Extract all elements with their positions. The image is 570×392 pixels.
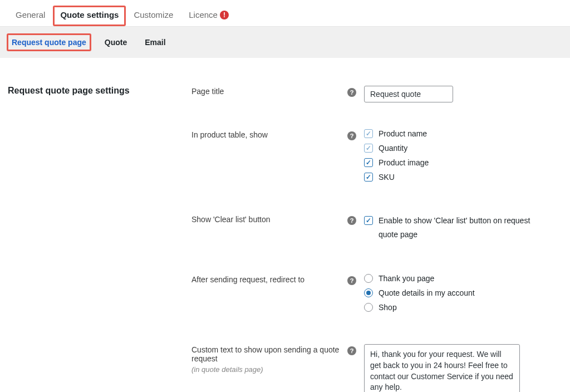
checkbox-sku[interactable] xyxy=(364,173,373,182)
sub-tabs: Request quote page Quote Email xyxy=(0,27,570,58)
checkbox-label-product-image[interactable]: Product image xyxy=(379,158,429,167)
radio-quote-details[interactable] xyxy=(364,288,373,297)
checkbox-label-enable-clear-list[interactable]: Enable to show 'Clear list' button on re… xyxy=(379,214,546,242)
radio-label-thank-you[interactable]: Thank you page xyxy=(379,274,434,283)
checkbox-label-sku[interactable]: SKU xyxy=(379,173,395,182)
checkbox-enable-clear-list[interactable] xyxy=(364,216,373,225)
help-icon[interactable]: ? xyxy=(347,88,356,97)
radio-label-shop[interactable]: Shop xyxy=(379,303,397,312)
checkbox-product-image[interactable] xyxy=(364,158,373,167)
tab-general[interactable]: General xyxy=(8,6,53,26)
checkbox-label-product-name[interactable]: Product name xyxy=(379,129,427,138)
help-icon[interactable]: ? xyxy=(347,276,356,285)
tab-quote-settings[interactable]: Quote settings xyxy=(53,6,126,26)
label-show-clear-list: Show 'Clear list' button xyxy=(191,215,271,224)
checkbox-product-name[interactable] xyxy=(364,129,373,138)
radio-label-quote-details[interactable]: Quote details in my account xyxy=(379,288,475,297)
label-in-product-table: In product table, show xyxy=(191,130,268,139)
primary-tabs: General Quote settings Customize Licence… xyxy=(0,0,570,27)
checkbox-label-quantity[interactable]: Quantity xyxy=(379,144,407,153)
custom-text-textarea[interactable] xyxy=(364,344,520,392)
radio-shop[interactable] xyxy=(364,303,373,312)
hint-custom-text: (in quote details page) xyxy=(191,365,347,374)
subtab-quote[interactable]: Quote xyxy=(100,35,131,50)
help-icon[interactable]: ? xyxy=(347,216,356,225)
subtab-request-quote-page[interactable]: Request quote page xyxy=(7,33,91,51)
help-icon[interactable]: ? xyxy=(347,131,356,140)
subtab-email[interactable]: Email xyxy=(140,35,170,50)
section-title: Request quote page settings xyxy=(8,86,191,96)
tab-licence-label: Licence xyxy=(189,10,218,19)
settings-form: Request quote page settings Page title ?… xyxy=(0,58,570,392)
radio-thank-you[interactable] xyxy=(364,274,373,283)
alert-icon: ! xyxy=(220,11,229,19)
page-title-input[interactable] xyxy=(364,86,453,102)
help-icon[interactable]: ? xyxy=(347,346,356,355)
label-redirect: After sending request, redirect to xyxy=(191,275,304,284)
tab-customize[interactable]: Customize xyxy=(126,6,181,26)
label-custom-text: Custom text to show upon sending a quote… xyxy=(191,345,347,363)
label-page-title: Page title xyxy=(191,87,224,96)
tab-licence[interactable]: Licence ! xyxy=(181,6,237,26)
checkbox-quantity[interactable] xyxy=(364,144,373,153)
